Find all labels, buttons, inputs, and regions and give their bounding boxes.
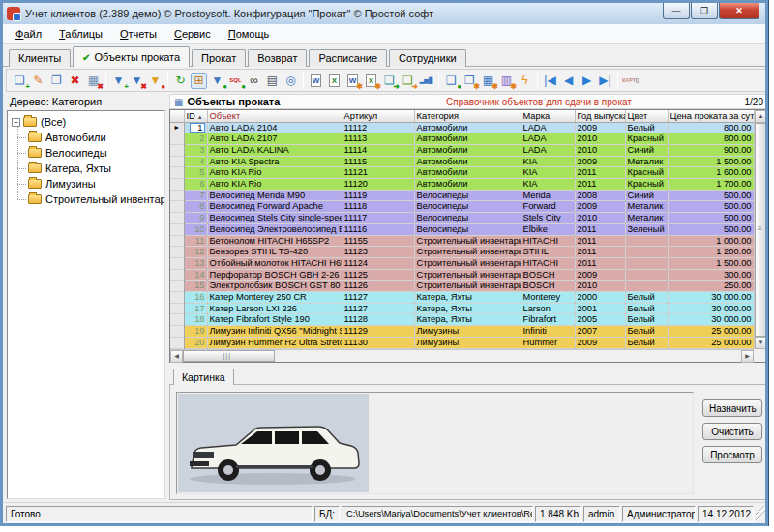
cell-price[interactable]: 800.00 <box>668 133 754 145</box>
table-row[interactable]: 19Лимузин Infiniti QX56 "Midnight Star"1… <box>170 326 754 338</box>
cell-id[interactable]: 11 <box>184 235 207 247</box>
table-row[interactable]: 18Катер Fibrafort Style 19011128Катера, … <box>170 314 754 326</box>
cell-id[interactable]: 10 <box>184 223 207 235</box>
cell-article[interactable]: 11128 <box>342 314 414 326</box>
table-row[interactable]: 20Лимузин Hummer H2 Ultra Stretch "XXL"1… <box>170 337 754 348</box>
cell-category[interactable]: Строительный инвентарь <box>414 235 521 247</box>
cell-article[interactable]: 11115 <box>342 156 414 167</box>
cell-article[interactable]: 11155 <box>342 235 414 247</box>
new-record-icon[interactable]: ❏+ <box>12 73 28 89</box>
tab-rental-objects[interactable]: ✔Объекты проката <box>73 46 190 67</box>
cell-object[interactable]: Бензорез STIHL TS-420 <box>207 247 342 258</box>
row-selector[interactable] <box>170 144 184 156</box>
cell-price[interactable]: 1 600.00 <box>668 167 754 179</box>
report-builder-icon[interactable]: ❒✱ <box>461 73 478 89</box>
print-icon[interactable]: ▤ <box>264 73 281 89</box>
cell-article[interactable]: 11112 <box>342 122 414 133</box>
tab-employees[interactable]: Сотрудники <box>389 49 466 67</box>
cell-article[interactable]: 11123 <box>342 247 414 258</box>
table-row[interactable]: 5Авто KIA Rio11121АвтомобилиKIA2011Красн… <box>170 167 754 179</box>
table-row[interactable]: 3Авто LADA KALINA11114АвтомобилиLADA2010… <box>170 144 754 156</box>
cell-category[interactable]: Катера, Яхты <box>414 292 521 304</box>
cell-object[interactable]: Катер Fibrafort Style 190 <box>207 314 342 326</box>
table-row[interactable]: 11Бетонолом HITACHI H65SP211155Строитель… <box>170 235 754 247</box>
cell-object[interactable]: Бетонолом HITACHI H65SP2 <box>207 235 342 247</box>
prev-record-icon[interactable]: ◀ <box>560 73 577 89</box>
cell-year[interactable]: 2008 <box>575 190 625 201</box>
cell-article[interactable]: 11130 <box>342 337 414 348</box>
cell-color[interactable]: Красный <box>625 167 668 179</box>
cell-year[interactable]: 2009 <box>575 269 625 281</box>
tab-return[interactable]: Возврат <box>248 49 307 67</box>
cell-article[interactable]: 11126 <box>342 281 414 292</box>
cell-year[interactable]: 2011 <box>575 257 625 269</box>
cell-price[interactable]: 1 200.00 <box>668 247 754 258</box>
cell-category[interactable]: Строительный инвентарь <box>414 247 521 258</box>
cell-price[interactable]: 500.00 <box>668 213 754 224</box>
cell-article[interactable]: 11129 <box>342 326 414 338</box>
cell-color[interactable]: Синий <box>625 144 668 156</box>
cell-id[interactable]: 9 <box>184 213 207 224</box>
cell-year[interactable]: 2011 <box>575 235 625 247</box>
first-record-icon[interactable]: |◀ <box>542 73 558 89</box>
cell-brand[interactable]: Stels City <box>521 213 575 224</box>
cell-category[interactable]: Велосипеды <box>414 190 521 201</box>
cell-article[interactable]: 11120 <box>342 179 414 191</box>
cell-year[interactable]: 2010 <box>575 213 625 224</box>
cell-brand[interactable]: Merida <box>521 190 575 201</box>
refresh-icon[interactable]: ↻ <box>172 73 189 89</box>
cell-year[interactable]: 2009 <box>575 337 625 348</box>
cell-price[interactable]: 25 000.00 <box>668 337 754 348</box>
cell-object[interactable]: Авто KIA Rio <box>207 179 342 191</box>
filter-view-icon[interactable]: ▼● <box>209 73 225 89</box>
close-button[interactable]: ✕ <box>719 3 759 19</box>
tree-item-root[interactable]: −(Все) <box>10 114 163 130</box>
cell-color[interactable]: Металик <box>625 156 668 167</box>
cell-brand[interactable]: Forward <box>521 201 575 213</box>
col-color[interactable]: Цвет <box>625 110 668 122</box>
cell-category[interactable]: Велосипеды <box>414 223 521 235</box>
cell-brand[interactable]: KIA <box>521 167 575 179</box>
cell-year[interactable]: 2011 <box>575 179 625 191</box>
table-row[interactable]: 10Велосипед Электровелосипед Elbike11116… <box>170 223 754 235</box>
cell-color[interactable]: Металик <box>625 213 668 224</box>
cell-article[interactable]: 11124 <box>342 257 414 269</box>
tab-rental[interactable]: Прокат <box>192 49 246 67</box>
cell-object[interactable]: Авто LADA KALINA <box>207 144 342 156</box>
tree-item[interactable]: Автомобили <box>17 130 163 145</box>
cell-id[interactable]: 17 <box>184 303 207 314</box>
minimize-button[interactable]: — <box>663 3 690 19</box>
cell-year[interactable]: 2009 <box>575 122 625 133</box>
cell-brand[interactable]: KIA <box>521 179 575 191</box>
export-word-icon[interactable]: W <box>308 73 324 89</box>
table-row[interactable]: 6Авто KIA Rio11120АвтомобилиKIA2011Красн… <box>170 179 754 191</box>
cell-article[interactable]: 11125 <box>342 269 414 281</box>
row-selector[interactable] <box>170 179 184 191</box>
cell-brand[interactable]: Monterey <box>521 292 575 304</box>
clear-filter-icon[interactable]: ▼✖ <box>129 73 145 89</box>
col-price[interactable]: Цена проката за сутки <box>668 110 754 122</box>
export-file-icon[interactable]: ❏➜ <box>381 73 398 89</box>
view-picture-button[interactable]: Просмотр <box>702 446 762 463</box>
row-selector[interactable] <box>170 247 184 258</box>
row-selector[interactable] <box>170 190 184 201</box>
cell-color[interactable]: Красный <box>625 133 668 145</box>
menu-reports[interactable]: Отчеты <box>111 26 165 42</box>
cell-color[interactable]: Белый <box>625 292 668 304</box>
cell-color[interactable]: Белый <box>625 326 668 338</box>
clear-picture-button[interactable]: Очистить <box>702 423 762 440</box>
cell-year[interactable]: 2011 <box>575 223 625 235</box>
cell-object[interactable]: Авто KIA Rio <box>207 167 342 179</box>
cell-color[interactable]: Красный <box>625 179 668 191</box>
row-selector[interactable] <box>170 257 184 269</box>
cell-year[interactable]: 2011 <box>575 167 625 179</box>
menu-tables[interactable]: Таблицы <box>50 26 111 42</box>
cell-price[interactable]: 30 000.00 <box>668 314 754 326</box>
cell-category[interactable]: Строительный инвентарь <box>414 257 521 269</box>
cell-article[interactable]: 11121 <box>342 167 414 179</box>
chart-icon[interactable]: ▂▅█ <box>418 73 434 89</box>
cell-object[interactable]: Авто LADA 2107 <box>207 133 342 145</box>
row-selector[interactable] <box>170 326 184 338</box>
cell-brand[interactable]: Fibrafort <box>521 314 575 326</box>
cell-id[interactable]: 6 <box>184 179 207 191</box>
